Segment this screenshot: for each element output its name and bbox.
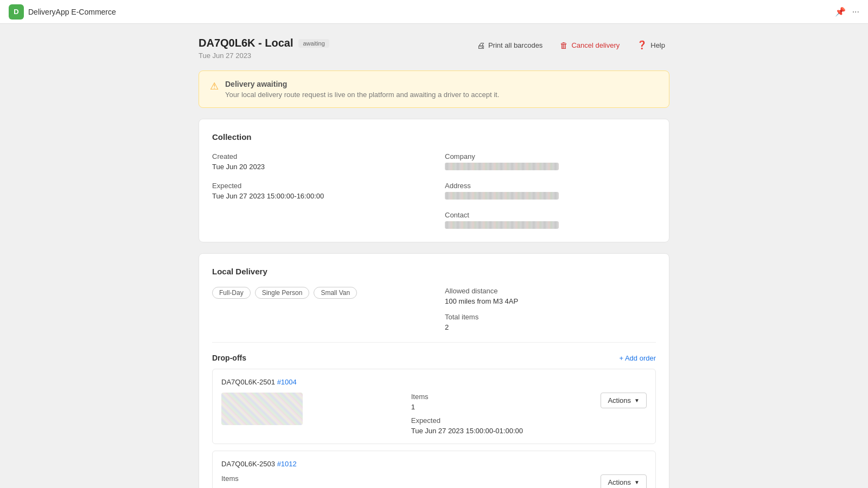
trash-icon: 🗑 <box>560 41 568 50</box>
address-field: Address <box>445 182 656 200</box>
section-divider <box>212 342 656 343</box>
expected-label: Expected <box>212 182 423 190</box>
delivery-details-right: Allowed distance 100 miles from M3 4AP T… <box>445 287 656 331</box>
tags-and-info-left: Full-Day Single Person Small Van <box>212 287 423 331</box>
dropoffs-title: Drop-offs <box>212 354 246 362</box>
dropoff-content: Items 1 Expected Tue Jun 27 2023 15:00:0… <box>221 393 647 435</box>
help-button[interactable]: ❓ Help <box>633 37 669 53</box>
local-delivery-card: Local Delivery Full-Day Single Person Sm… <box>199 253 669 488</box>
actions-dropdown-button[interactable]: Actions ▼ <box>601 393 647 408</box>
expected-value: Tue Jun 27 2023 15:00:00-16:00:00 <box>212 192 423 200</box>
dropoff-info: Items 1 Expected Tue Jun 27 2023 15:00:0… <box>411 393 592 435</box>
dropoff-order-link[interactable]: #1004 <box>277 378 297 386</box>
print-barcodes-button[interactable]: 🖨 Print all barcodes <box>473 37 547 53</box>
created-field: Created Tue Jun 20 2023 <box>212 152 423 171</box>
created-value: Tue Jun 20 2023 <box>212 163 423 171</box>
tag-small-van: Small Van <box>314 287 357 299</box>
page-actions: 🖨 Print all barcodes 🗑 Cancel delivery ❓… <box>473 37 669 53</box>
address-label: Address <box>445 182 656 190</box>
dropoff-expected-label: Expected <box>411 416 592 425</box>
total-items-value: 2 <box>445 323 656 331</box>
collection-card: Collection Created Tue Jun 20 2023 Compa… <box>199 119 669 242</box>
page-date: Tue Jun 27 2023 <box>199 52 329 60</box>
app-name: DeliveryApp E-Commerce <box>28 8 116 16</box>
total-items-label: Total items <box>445 313 656 321</box>
contact-label: Contact <box>445 211 656 219</box>
alert-title: Delivery awaiting <box>225 80 499 88</box>
dropoff-order-link-2[interactable]: #1012 <box>277 460 297 468</box>
allowed-distance-label: Allowed distance <box>445 287 656 295</box>
allowed-distance-field: Allowed distance 100 miles from M3 4AP <box>445 287 656 305</box>
allowed-distance-value: 100 miles from M3 4AP <box>445 297 656 305</box>
dropoff-items-label-2: Items <box>221 474 403 483</box>
dropoff-info-2: Items <box>221 474 403 485</box>
company-value-blurred <box>445 163 559 170</box>
topbar-left: D DeliveryApp E-Commerce <box>9 4 116 20</box>
alert-description: Your local delivery route request is liv… <box>225 91 499 99</box>
actions-btn-wrapper: Actions ▼ <box>601 393 647 408</box>
dropoff-item: DA7Q0L6K-2501 #1004 Items 1 Expected Tue… <box>212 369 656 444</box>
dropoff-items-label: Items <box>411 393 592 401</box>
page-header: DA7Q0L6K - Local awaiting Tue Jun 27 202… <box>199 37 669 60</box>
tag-single-person: Single Person <box>255 287 310 299</box>
page-title: DA7Q0L6K - Local awaiting <box>199 37 329 49</box>
spacer-field <box>212 211 423 229</box>
address-value-blurred <box>445 192 559 200</box>
more-icon[interactable]: ··· <box>852 7 859 17</box>
dropoff-item-header: DA7Q0L6K-2501 #1004 <box>221 378 647 386</box>
dropoff-item-2-header: DA7Q0L6K-2503 #1012 <box>221 460 647 468</box>
help-icon: ❓ <box>637 40 647 50</box>
actions-dropdown-button-2[interactable]: Actions ▼ <box>601 474 647 488</box>
page-title-section: DA7Q0L6K - Local awaiting Tue Jun 27 202… <box>199 37 329 60</box>
collection-title: Collection <box>212 132 656 142</box>
topbar-right: 📌 ··· <box>835 7 859 17</box>
status-badge: awaiting <box>298 39 329 48</box>
alert-content: Delivery awaiting Your local delivery ro… <box>225 80 499 99</box>
actions-label-2: Actions <box>608 478 631 486</box>
chevron-down-icon-2: ▼ <box>634 479 640 485</box>
dropoff-image <box>221 393 303 425</box>
contact-field: Contact <box>445 211 656 229</box>
created-label: Created <box>212 152 423 160</box>
delivery-tags: Full-Day Single Person Small Van <box>212 287 423 299</box>
collection-grid: Created Tue Jun 20 2023 Company Expected… <box>212 152 656 229</box>
pin-icon[interactable]: 📌 <box>835 7 846 17</box>
app-logo: D <box>9 4 24 20</box>
alert-icon: ⚠ <box>210 80 219 92</box>
main-content: DA7Q0L6K - Local awaiting Tue Jun 27 202… <box>190 24 678 488</box>
actions-btn-wrapper-2: Actions ▼ <box>601 474 647 488</box>
actions-label: Actions <box>608 396 631 404</box>
dropoffs-header: Drop-offs + Add order <box>212 354 656 362</box>
total-items-field: Total items 2 <box>445 313 656 331</box>
cancel-delivery-button[interactable]: 🗑 Cancel delivery <box>556 37 624 53</box>
chevron-down-icon: ▼ <box>634 397 640 403</box>
dropoff-expected-value: Tue Jun 27 2023 15:00:00-01:00:00 <box>411 427 592 435</box>
contact-value-blurred <box>445 221 559 229</box>
dropoff-id-2: DA7Q0L6K-2503 #1012 <box>221 460 297 468</box>
expected-field: Expected Tue Jun 27 2023 15:00:00-16:00:… <box>212 182 423 200</box>
dropoff-expected-field: Expected Tue Jun 27 2023 15:00:00-01:00:… <box>411 416 592 435</box>
dropoff-item-2: DA7Q0L6K-2503 #1012 Items Actions ▼ <box>212 451 656 488</box>
dropoff-id: DA7Q0L6K-2501 #1004 <box>221 378 297 386</box>
tag-full-day: Full-Day <box>212 287 251 299</box>
printer-icon: 🖨 <box>477 41 485 50</box>
dropoff-items-field: Items 1 <box>411 393 592 411</box>
company-label: Company <box>445 152 656 160</box>
dropoff-items-value: 1 <box>411 403 592 411</box>
company-field: Company <box>445 152 656 171</box>
add-order-button[interactable]: + Add order <box>619 354 656 362</box>
local-delivery-grid: Full-Day Single Person Small Van Allowed… <box>212 287 656 331</box>
dropoff-content-2: Items Actions ▼ <box>221 474 647 488</box>
topbar: D DeliveryApp E-Commerce 📌 ··· <box>0 0 868 24</box>
alert-banner: ⚠ Delivery awaiting Your local delivery … <box>199 70 669 108</box>
local-delivery-title: Local Delivery <box>212 267 656 276</box>
